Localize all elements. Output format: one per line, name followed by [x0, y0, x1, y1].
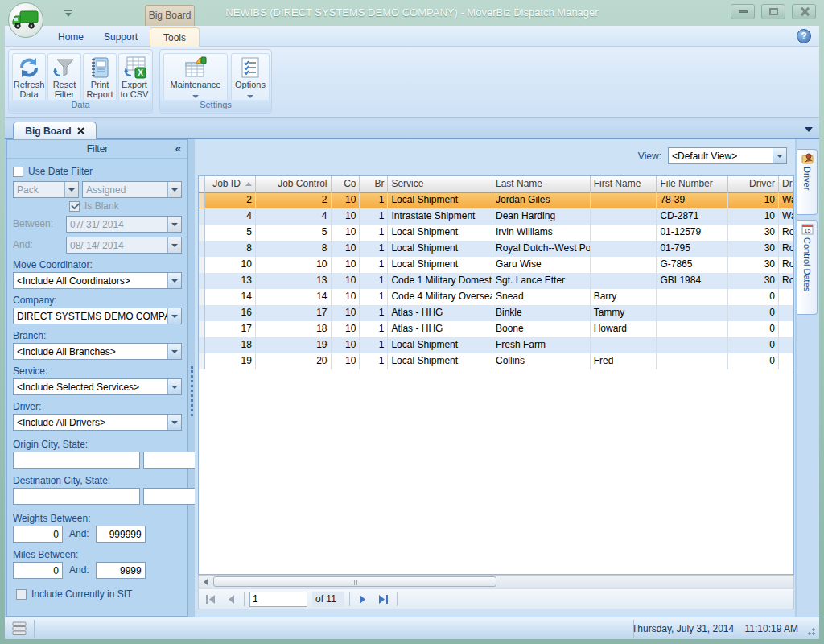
- grid-cell: [591, 241, 657, 257]
- tab-support[interactable]: Support: [95, 27, 146, 47]
- driver-combobox[interactable]: <Include All Drivers>: [13, 414, 182, 431]
- refresh-data-button[interactable]: RefreshData: [12, 53, 46, 101]
- column-header-first-name[interactable]: First Name: [591, 176, 657, 192]
- view-combobox[interactable]: <Default View>: [668, 147, 787, 164]
- grid-cell: Sgt. Lance Etter: [492, 273, 591, 289]
- column-header-file-number[interactable]: File Number: [657, 176, 728, 192]
- move-coordinator-label: Move Coordinator:: [13, 259, 182, 270]
- row-indicator: [199, 208, 205, 225]
- grid-cell: Irvin Williams: [492, 225, 591, 241]
- table-row[interactable]: 44101Intrastate ShipmentDean HardingCD-2…: [199, 208, 793, 225]
- database-icon[interactable]: [11, 621, 29, 636]
- side-tab-control-dates[interactable]: 15 Control Dates: [797, 220, 818, 315]
- use-date-filter-checkbox[interactable]: [13, 167, 23, 177]
- grid-cell: 17: [256, 305, 332, 321]
- company-combobox[interactable]: DIRECT SYSTEMS DEMO COMPANY: [13, 308, 182, 324]
- close-tab-icon[interactable]: [77, 127, 84, 134]
- move-coordinator-combobox[interactable]: <Include All Coordinators>: [13, 272, 182, 289]
- table-row[interactable]: 55101Local ShipmentIrvin Williams01-1257…: [199, 225, 793, 241]
- column-header-br[interactable]: Br: [360, 176, 388, 192]
- maintenance-icon: [183, 56, 208, 79]
- maintenance-button[interactable]: Maintenance: [163, 53, 228, 101]
- grid-cell: Roy: [779, 257, 793, 273]
- miles-from-input[interactable]: [13, 562, 63, 579]
- resize-grip-icon[interactable]: [807, 627, 815, 635]
- print-report-button[interactable]: PrintReport: [83, 53, 117, 101]
- horizontal-scrollbar[interactable]: [198, 575, 794, 588]
- options-button[interactable]: Options: [231, 53, 270, 101]
- grid-cell: 2: [205, 192, 256, 208]
- dropdown-arrow-icon: [167, 344, 181, 359]
- grid-cell: 19: [256, 337, 332, 353]
- grid-cell: 1: [360, 273, 388, 289]
- tab-tools[interactable]: Tools: [150, 27, 200, 47]
- app-logo-truck-icon[interactable]: [8, 2, 43, 38]
- table-row[interactable]: 22101Local ShipmentJordan Giles78-3910Wa: [199, 192, 793, 208]
- grid-cell: 13: [205, 273, 256, 289]
- combobox-value: <Include All Coordinators>: [14, 275, 167, 287]
- tab-home[interactable]: Home: [47, 27, 95, 47]
- grid-cell: Local Shipment: [388, 225, 492, 241]
- grid-cell: Royal Dutch--West Point: [492, 241, 591, 257]
- destination-city-input[interactable]: [13, 488, 140, 505]
- panel-splitter[interactable]: [188, 139, 195, 617]
- export-csv-icon: X: [122, 56, 146, 79]
- table-row[interactable]: 1819101Local ShipmentFresh Farm0: [199, 337, 793, 353]
- miles-to-input[interactable]: [96, 562, 146, 579]
- table-row[interactable]: 1920101Local ShipmentCollinsFred0: [199, 353, 793, 369]
- maximize-button[interactable]: [761, 4, 785, 19]
- first-page-button[interactable]: [202, 592, 218, 607]
- export-to-csv-button[interactable]: X Exportto CSV: [118, 53, 150, 101]
- scroll-left-icon[interactable]: [199, 576, 212, 588]
- assigned-combobox[interactable]: Assigned: [82, 181, 182, 198]
- grid-cell: 1: [360, 353, 388, 369]
- grid-cell: 8: [205, 241, 256, 257]
- page-number-input[interactable]: [249, 592, 307, 607]
- weights-from-input[interactable]: [13, 526, 63, 543]
- pack-combobox[interactable]: Pack: [13, 181, 79, 198]
- column-header-dri[interactable]: Dri: [779, 176, 793, 192]
- weights-to-input[interactable]: [96, 526, 146, 543]
- table-row[interactable]: 1010101Local ShipmentGaru WiseG-786530Ro…: [199, 257, 793, 273]
- grid-cell: 10: [728, 192, 779, 208]
- tab-list-dropdown-icon[interactable]: [805, 127, 813, 132]
- table-row[interactable]: 1718101Atlas - HHGBooneHoward0: [199, 321, 793, 337]
- column-header-service[interactable]: Service: [388, 176, 492, 192]
- grid-cell: [657, 337, 728, 353]
- grid-cell: [657, 305, 728, 321]
- grid-cell: [779, 321, 793, 337]
- refresh-icon: [17, 56, 41, 79]
- origin-city-input[interactable]: [13, 452, 140, 469]
- side-tab-driver[interactable]: Driver: [797, 149, 818, 215]
- app-window: { "window": { "title": "NEWIBS (DIRECT S…: [0, 0, 824, 644]
- scrollbar-thumb[interactable]: [213, 576, 496, 587]
- table-row[interactable]: 1313101Code 1 Military DomesticSgt. Lanc…: [199, 273, 793, 289]
- previous-page-button[interactable]: [223, 592, 239, 607]
- help-button[interactable]: ?: [797, 29, 811, 43]
- column-header-driver[interactable]: Driver: [728, 176, 779, 192]
- close-button[interactable]: [792, 4, 816, 19]
- table-row[interactable]: 1617101Atlas - HHGBinkleTammy0: [199, 305, 793, 321]
- is-blank-checkbox[interactable]: [69, 201, 80, 212]
- next-page-button[interactable]: [355, 592, 371, 607]
- service-combobox[interactable]: <Include Selected Services>: [13, 378, 182, 395]
- column-header-last-name[interactable]: Last Name: [492, 176, 591, 192]
- document-tab-big-board[interactable]: Big Board: [13, 122, 97, 139]
- table-row[interactable]: 88101Local ShipmentRoyal Dutch--West Poi…: [199, 241, 793, 257]
- grid-cell: 1: [360, 208, 388, 225]
- column-header-job-control[interactable]: Job Control: [256, 176, 332, 192]
- branch-combobox[interactable]: <Include All Branches>: [13, 343, 182, 360]
- grid-cell: 1: [360, 257, 388, 273]
- grid-cell: Atlas - HHG: [388, 321, 492, 337]
- collapse-panel-icon[interactable]: «: [175, 140, 181, 158]
- and-date-picker[interactable]: 08/ 14/ 2014: [66, 237, 182, 254]
- column-header-job-id[interactable]: Job ID: [205, 176, 256, 192]
- table-row[interactable]: 1414101Code 4 Military OverseasSneadBarr…: [199, 289, 793, 305]
- between-date-picker[interactable]: 07/ 31/ 2014: [66, 216, 182, 233]
- include-sit-checkbox[interactable]: [16, 589, 27, 600]
- last-page-button[interactable]: [376, 592, 392, 607]
- column-header-co[interactable]: Co: [332, 176, 360, 192]
- close-icon: [800, 7, 809, 16]
- reset-filter-button[interactable]: ResetFilter: [47, 53, 81, 101]
- minimize-button[interactable]: [731, 4, 755, 19]
